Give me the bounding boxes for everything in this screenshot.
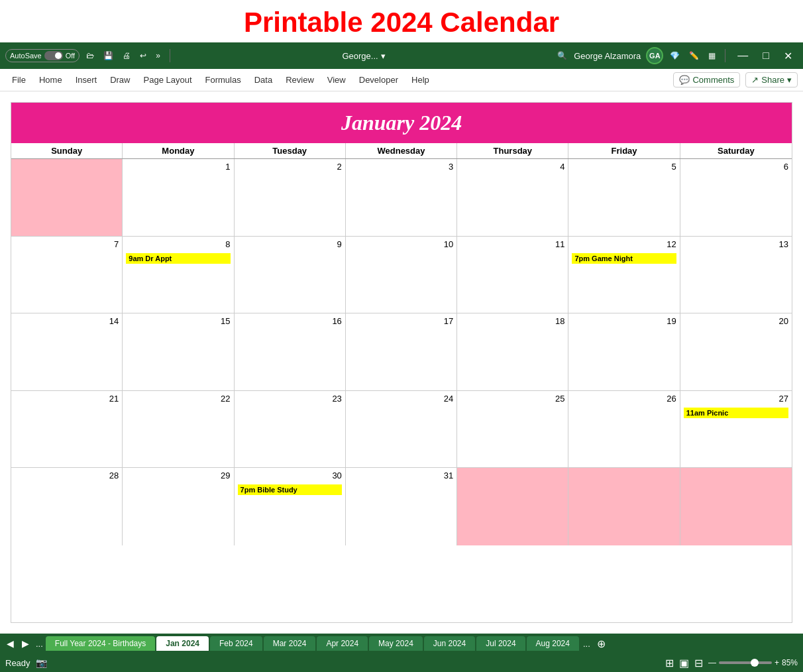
diamond-button[interactable]: 💎 bbox=[667, 50, 682, 62]
cell-date: 8 bbox=[126, 239, 230, 249]
menu-review[interactable]: Review bbox=[279, 72, 321, 87]
menu-data[interactable]: Data bbox=[248, 72, 279, 87]
undo-button[interactable]: ↩ bbox=[137, 50, 149, 62]
tab-prev[interactable]: ◀ bbox=[3, 638, 18, 649]
cell-date: 26 bbox=[572, 394, 676, 404]
cell-2-5[interactable]: 11 bbox=[457, 237, 568, 313]
cell-4-2[interactable]: 22 bbox=[123, 391, 234, 468]
pen-button[interactable]: ✏️ bbox=[686, 50, 702, 62]
cell-4-7[interactable]: 2711am Picnic bbox=[680, 391, 792, 468]
open-button[interactable]: 🗁 bbox=[83, 50, 97, 62]
close-button[interactable]: ✕ bbox=[778, 48, 798, 64]
tab-5[interactable]: May 2024 bbox=[369, 636, 423, 651]
cell-2-3[interactable]: 9 bbox=[235, 237, 346, 313]
cell-3-7[interactable]: 20 bbox=[680, 313, 792, 390]
cell-1-4[interactable]: 3 bbox=[346, 159, 457, 236]
cell-3-2[interactable]: 15 bbox=[123, 313, 234, 390]
share-chevron: ▾ bbox=[787, 75, 792, 85]
menu-view[interactable]: View bbox=[321, 72, 352, 87]
cell-5-2[interactable]: 29 bbox=[123, 468, 234, 545]
minimize-button[interactable]: — bbox=[732, 48, 753, 63]
tab-0[interactable]: Full Year 2024 - Birthdays bbox=[46, 636, 155, 651]
cell-2-2[interactable]: 89am Dr Appt bbox=[123, 237, 234, 313]
tab-ellipsis-right[interactable]: ... bbox=[580, 639, 593, 649]
tabs-container: Full Year 2024 - BirthdaysJan 2024Feb 20… bbox=[46, 636, 580, 651]
cell-4-4[interactable]: 24 bbox=[346, 391, 457, 468]
tab-4[interactable]: Apr 2024 bbox=[317, 636, 368, 651]
autosave-toggle[interactable] bbox=[44, 51, 63, 60]
menu-page-layout[interactable]: Page Layout bbox=[137, 72, 199, 87]
tab-2[interactable]: Feb 2024 bbox=[210, 636, 262, 651]
more-button[interactable]: » bbox=[153, 50, 163, 62]
tab-ellipsis-left[interactable]: ... bbox=[33, 639, 46, 649]
cell-3-4[interactable]: 17 bbox=[346, 313, 457, 390]
tab-next[interactable]: ▶ bbox=[18, 638, 33, 649]
maximize-button[interactable]: □ bbox=[757, 48, 775, 63]
normal-view-button[interactable]: ⊞ bbox=[665, 657, 674, 669]
menu-home[interactable]: Home bbox=[32, 72, 69, 87]
comments-label: Comments bbox=[692, 75, 734, 85]
menu-developer[interactable]: Developer bbox=[352, 72, 405, 87]
menu-insert[interactable]: Insert bbox=[69, 72, 104, 87]
user-area: George Alzamora GA bbox=[574, 47, 663, 64]
cell-1-5[interactable]: 4 bbox=[457, 159, 568, 236]
tab-7[interactable]: Jul 2024 bbox=[476, 636, 525, 651]
menu-file[interactable]: File bbox=[5, 72, 32, 87]
cell-5-3[interactable]: 307pm Bible Study bbox=[235, 468, 346, 545]
cell-2-4[interactable]: 10 bbox=[346, 237, 457, 313]
cell-3-6[interactable]: 19 bbox=[568, 313, 680, 390]
tab-add-button[interactable]: ⊕ bbox=[593, 638, 610, 650]
share-button[interactable]: ↗ Share ▾ bbox=[745, 72, 798, 87]
cell-5-1[interactable]: 28 bbox=[11, 468, 123, 545]
cell-5-6[interactable] bbox=[568, 468, 680, 545]
cell-date: 10 bbox=[349, 239, 453, 249]
cell-1-2[interactable]: 1 bbox=[123, 159, 234, 236]
zoom-out-icon[interactable]: — bbox=[708, 658, 716, 667]
tab-6[interactable]: Jun 2024 bbox=[424, 636, 475, 651]
comments-button[interactable]: 💬 Comments bbox=[673, 72, 740, 87]
separator bbox=[170, 49, 170, 62]
event-badge: 9am Dr Appt bbox=[126, 253, 230, 264]
save-button[interactable]: 💾 bbox=[101, 50, 116, 62]
cell-2-7[interactable]: 13 bbox=[680, 237, 792, 313]
cell-4-3[interactable]: 23 bbox=[235, 391, 346, 468]
cell-4-1[interactable]: 21 bbox=[11, 391, 123, 468]
cell-5-7[interactable] bbox=[680, 468, 792, 545]
day-tuesday: Tuesday bbox=[235, 143, 346, 158]
layout-button[interactable]: ▦ bbox=[706, 50, 718, 62]
week-3: 14151617181920 bbox=[11, 313, 792, 391]
autosave-control[interactable]: AutoSave Off bbox=[5, 49, 80, 62]
cell-5-5[interactable] bbox=[457, 468, 568, 545]
zoom-slider[interactable] bbox=[719, 661, 772, 664]
cell-date: 28 bbox=[15, 471, 119, 480]
tab-bar: ◀ ▶ ... Full Year 2024 - BirthdaysJan 20… bbox=[0, 634, 803, 653]
week-2: 789am Dr Appt91011127pm Game Night13 bbox=[11, 237, 792, 314]
zoom-control: — + 85% bbox=[708, 658, 798, 667]
menu-help[interactable]: Help bbox=[405, 72, 436, 87]
cell-2-6[interactable]: 127pm Game Night bbox=[568, 237, 680, 313]
tab-1[interactable]: Jan 2024 bbox=[156, 636, 209, 651]
cell-1-7[interactable]: 6 bbox=[680, 159, 792, 236]
cell-4-6[interactable]: 26 bbox=[568, 391, 680, 468]
search-button[interactable]: 🔍 bbox=[555, 50, 570, 62]
menu-draw[interactable]: Draw bbox=[103, 72, 136, 87]
cell-4-5[interactable]: 25 bbox=[457, 391, 568, 468]
cell-2-1[interactable]: 7 bbox=[11, 237, 123, 313]
cell-3-3[interactable]: 16 bbox=[235, 313, 346, 390]
zoom-in-icon[interactable]: + bbox=[775, 658, 779, 667]
cell-3-1[interactable]: 14 bbox=[11, 313, 123, 390]
cell-1-1[interactable] bbox=[11, 159, 123, 236]
cell-5-4[interactable]: 31 bbox=[346, 468, 457, 545]
page-break-view-button[interactable]: ⊟ bbox=[694, 657, 703, 669]
print-button[interactable]: 🖨 bbox=[120, 50, 133, 62]
cell-3-5[interactable]: 18 bbox=[457, 313, 568, 390]
event-badge: 11am Picnic bbox=[684, 408, 788, 418]
cell-1-3[interactable]: 2 bbox=[235, 159, 346, 236]
page-layout-view-button[interactable]: ▣ bbox=[679, 657, 689, 669]
cell-1-6[interactable]: 5 bbox=[568, 159, 680, 236]
filename-display[interactable]: George... ▾ bbox=[342, 51, 385, 61]
tab-8[interactable]: Aug 2024 bbox=[527, 636, 579, 651]
tab-3[interactable]: Mar 2024 bbox=[264, 636, 316, 651]
share-label: Share bbox=[761, 75, 784, 85]
menu-formulas[interactable]: Formulas bbox=[199, 72, 248, 87]
